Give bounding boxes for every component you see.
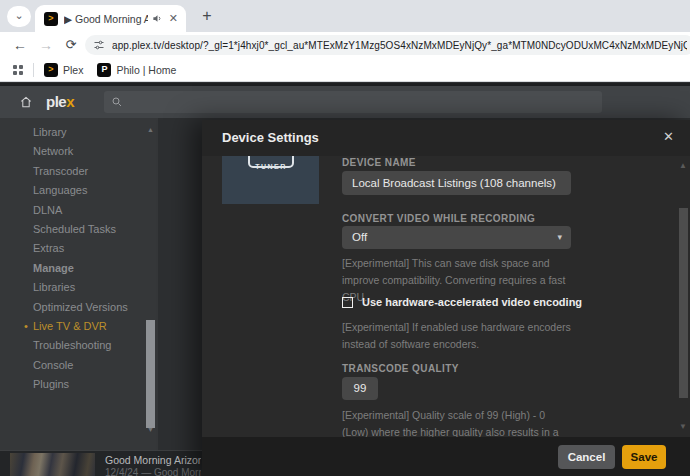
scroll-up-arrow-icon[interactable]: ▲ [147,126,154,133]
modal-scrollbar-thumb[interactable] [679,208,688,398]
modal-body: TUNER DEVICE NAME Local Broadcast Listin… [202,156,690,437]
hw-encoding-checkbox-row[interactable]: Use hardware-accelerated video encoding [342,296,582,308]
forward-icon[interactable]: → [36,35,56,55]
settings-sidebar: Library Network Transcoder Languages DLN… [0,118,158,476]
search-input[interactable] [104,91,602,113]
now-playing-title: Good Morning Arizona at 6am [105,454,201,466]
sidebar-item-languages[interactable]: Languages [0,181,158,200]
device-name-input[interactable]: Local Broadcast Listings (108 channels) [342,171,571,195]
modal-header: Device Settings ✕ [202,120,690,156]
bookmark-label: Plex [63,64,83,76]
tuner-device-image: TUNER [222,156,319,204]
search-icon [111,96,123,108]
device-settings-modal: Device Settings ✕ TUNER DEVICE NAME Loca… [202,120,690,476]
modal-title: Device Settings [222,130,319,145]
plex-header: plex [0,86,690,118]
tab-search-button[interactable]: ⌄ [7,6,31,27]
checkbox-unchecked-icon[interactable] [342,297,353,308]
tab-close-icon[interactable]: ✕ [167,11,180,26]
scroll-down-arrow-icon[interactable]: ▼ [147,426,154,433]
sidebar-item-console[interactable]: Console [0,356,158,375]
sidebar-item-network[interactable]: Network [0,142,158,161]
now-playing-thumbnail[interactable] [10,453,95,476]
sidebar-item-extras[interactable]: Extras [0,239,158,258]
hw-encoding-label: Use hardware-accelerated video encoding [362,296,582,308]
hw-encoding-help: [Experimental] If enabled use hardware e… [342,319,574,353]
bookmark-label: Philo | Home [116,64,176,76]
sidebar-item-transcoder[interactable]: Transcoder [0,162,158,181]
back-icon[interactable]: ← [10,35,30,55]
close-icon[interactable]: ✕ [663,129,674,144]
scroll-up-arrow-icon[interactable]: ▲ [679,161,687,170]
tuner-badge: TUNER [248,156,294,168]
browser-toolbar: ← → ⟳ app.plex.tv/desktop/?_gl=1*j4hxj0*… [0,32,690,58]
sidebar-item-plugins[interactable]: Plugins [0,375,158,394]
chevron-down-icon: ▾ [557,226,562,249]
screen: ⌄ > ▶ Good Morning Arizona a ✕ + ← → ⟳ a… [0,0,690,476]
sidebar-scrollbar-thumb[interactable] [146,320,155,428]
browser-tab-strip: ⌄ > ▶ Good Morning Arizona a ✕ + [0,0,690,32]
cancel-button[interactable]: Cancel [558,445,615,469]
convert-video-select[interactable]: Off ▾ [342,226,571,249]
apps-grid-icon[interactable] [13,65,23,75]
modal-footer: Cancel Save [202,437,690,476]
sidebar-item-live-tv-dvr[interactable]: Live TV & DVR [0,317,158,336]
transcode-quality-label: TRANSCODE QUALITY [342,363,459,374]
tab-title: ▶ Good Morning Arizona a [64,13,148,25]
convert-video-label: CONVERT VIDEO WHILE RECORDING [342,213,535,224]
bookmark-plex[interactable]: > Plex [44,63,83,77]
plex-favicon-icon: > [44,12,58,26]
plex-logo[interactable]: plex [46,93,74,110]
now-playing-bar[interactable]: Good Morning Arizona at 6am 12/4/24 — Go… [0,450,202,476]
url-bar[interactable]: app.plex.tv/desktop/?_gl=1*j4hxj0*_gcl_a… [85,35,690,55]
philo-favicon-icon: P [97,63,111,77]
now-playing-subtitle: 12/4/24 — Good Morning Arizona [105,467,201,476]
scroll-down-arrow-icon[interactable]: ▼ [679,422,687,431]
site-settings-icon[interactable] [93,39,105,51]
sidebar-item-library[interactable]: Library [0,123,158,142]
new-tab-button[interactable]: + [196,5,218,27]
convert-video-value: Off [352,231,367,243]
sidebar-item-scheduled-tasks[interactable]: Scheduled Tasks [0,220,158,239]
transcode-quality-help: [Experimental] Quality scale of 99 (High… [342,407,574,437]
sidebar-item-dlna[interactable]: DLNA [0,201,158,220]
bookmarks-bar: > Plex P Philo | Home [0,58,690,82]
audio-playing-icon[interactable] [152,10,163,28]
device-name-label: DEVICE NAME [342,157,416,168]
bookmarks-separator [33,63,34,77]
bookmark-philo[interactable]: P Philo | Home [97,63,176,77]
chevron-down-icon: ⌄ [14,10,23,21]
reload-icon[interactable]: ⟳ [61,35,81,55]
sidebar-item-troubleshooting[interactable]: Troubleshooting [0,336,158,355]
sidebar-section-manage: Manage [0,259,158,278]
sidebar-item-optimized-versions[interactable]: Optimized Versions [0,298,158,317]
url-text: app.plex.tv/desktop/?_gl=1*j4hxj0*_gcl_a… [112,40,687,51]
browser-tab[interactable]: > ▶ Good Morning Arizona a ✕ [35,5,186,32]
save-button[interactable]: Save [622,445,666,469]
home-icon[interactable] [19,95,33,113]
transcode-quality-input[interactable]: 99 [342,377,378,400]
plex-favicon-icon: > [44,63,58,77]
sidebar-item-libraries[interactable]: Libraries [0,278,158,297]
